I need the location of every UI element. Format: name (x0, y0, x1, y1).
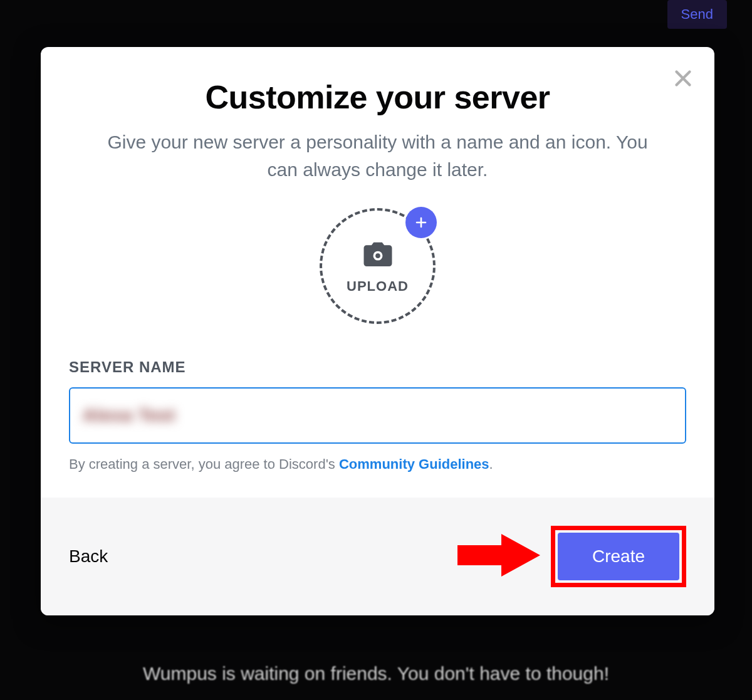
camera-icon (361, 238, 395, 274)
modal-title: Customize your server (69, 78, 686, 116)
server-name-value: Alexa Test (83, 405, 175, 426)
guidelines-text: By creating a server, you agree to Disco… (69, 456, 686, 473)
modal-body: Customize your server Give your new serv… (41, 47, 714, 498)
annotation-arrow-icon (457, 530, 542, 583)
guidelines-prefix: By creating a server, you agree to Disco… (69, 456, 339, 472)
upload-area: UPLOAD (69, 208, 686, 324)
plus-icon (405, 207, 437, 238)
community-guidelines-link[interactable]: Community Guidelines (339, 456, 489, 472)
close-icon[interactable] (671, 66, 696, 91)
modal-footer: Back Create (41, 498, 714, 615)
upload-label: UPLOAD (347, 278, 409, 295)
create-button[interactable]: Create (558, 533, 679, 580)
guidelines-suffix: . (489, 456, 493, 472)
back-button[interactable]: Back (69, 546, 108, 567)
upload-button[interactable]: UPLOAD (320, 208, 436, 324)
svg-point-3 (375, 253, 380, 258)
customize-server-modal: Customize your server Give your new serv… (41, 47, 714, 615)
annotation-highlight-box: Create (551, 526, 686, 587)
server-name-input[interactable]: Alexa Test (69, 387, 686, 444)
background-hint-text: Wumpus is waiting on friends. You don't … (0, 663, 752, 684)
server-name-label: SERVER NAME (69, 358, 686, 376)
svg-marker-6 (457, 534, 540, 577)
modal-subtitle: Give your new server a personality with … (96, 128, 660, 183)
send-button[interactable]: Send (667, 0, 727, 29)
